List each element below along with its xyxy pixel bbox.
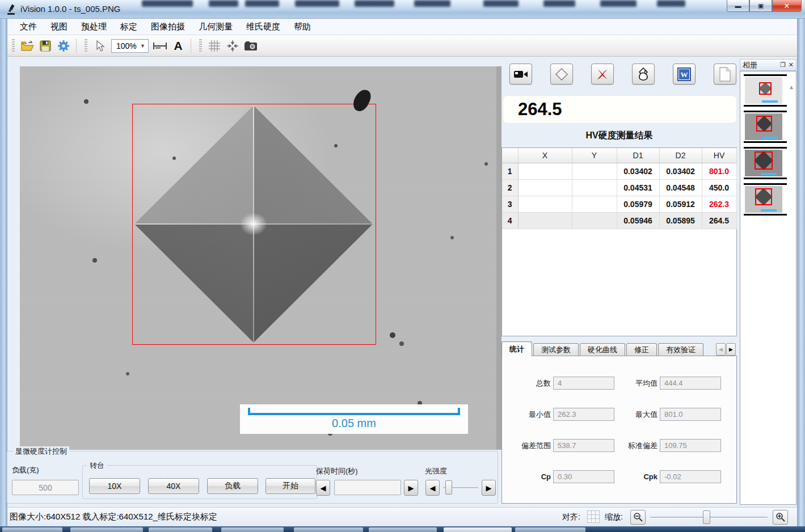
tab-correction[interactable]: 修正 xyxy=(626,343,657,356)
hold-time-input[interactable] xyxy=(334,480,401,495)
menu-preprocess[interactable]: 预处理 xyxy=(81,22,107,32)
taskbar-button-active[interactable] xyxy=(444,527,512,532)
ruler-icon xyxy=(153,42,167,50)
surface-specks xyxy=(20,66,22,69)
zoom-out-button[interactable] xyxy=(630,510,646,525)
objective-10x-button[interactable]: 10X xyxy=(89,478,140,494)
taskbar-button[interactable] xyxy=(221,527,284,532)
toolbar-grip[interactable] xyxy=(199,39,202,53)
minimize-button[interactable]: ▬ xyxy=(727,0,749,12)
snapshot-button[interactable] xyxy=(243,39,259,53)
grid-overlay-button[interactable] xyxy=(206,39,222,53)
zoom-in-button[interactable] xyxy=(773,510,788,525)
taskbar-button[interactable] xyxy=(149,527,212,532)
zoom-level-combobox[interactable]: 100% ▼ xyxy=(111,39,149,53)
tab-statistics[interactable]: 统计 xyxy=(501,341,532,356)
manual-measure-button[interactable] xyxy=(632,64,655,85)
measure-tool-button[interactable] xyxy=(152,39,168,53)
close-button[interactable]: ✕ xyxy=(772,0,802,12)
thumbnail-item[interactable] xyxy=(744,147,787,179)
thumbnail-item[interactable] xyxy=(744,74,787,107)
delete-measurement-button[interactable] xyxy=(591,64,614,85)
table-row[interactable]: 3 0.05979 0.05912 262.3 xyxy=(502,196,736,212)
table-row[interactable]: 4 0.05946 0.05895 264.5 xyxy=(502,212,736,229)
new-report-button[interactable] xyxy=(714,64,736,85)
toolbar-grip[interactable] xyxy=(12,39,15,53)
table-row[interactable]: 2 0.04531 0.04548 450.0 xyxy=(502,179,736,196)
settings-button[interactable] xyxy=(56,39,71,53)
col-x[interactable]: X xyxy=(518,148,572,163)
menu-vickers[interactable]: 维氏硬度 xyxy=(246,22,280,32)
table-row[interactable]: 1 0.03402 0.03402 801.0 xyxy=(502,163,736,179)
start-button[interactable]: 开始 xyxy=(265,478,315,494)
zoom-slider-handle[interactable] xyxy=(703,510,710,524)
col-d1[interactable]: D1 xyxy=(617,148,659,163)
taskbar-button[interactable] xyxy=(294,527,363,532)
objective-40x-button[interactable]: 40X xyxy=(148,478,199,494)
crosshair-icon xyxy=(226,40,239,52)
save-button[interactable] xyxy=(37,39,53,53)
light-increase-button[interactable]: ▶ xyxy=(482,480,496,496)
align-grid-icon[interactable] xyxy=(587,510,600,523)
cell-d1: 0.05979 xyxy=(617,196,659,212)
grid-icon xyxy=(208,40,221,52)
taskbar-button[interactable] xyxy=(70,527,143,532)
min-label: 最小值 xyxy=(518,409,551,420)
cell-x xyxy=(518,212,572,229)
col-d2[interactable]: D2 xyxy=(659,148,702,163)
zoom-label: 缩放: xyxy=(605,512,623,522)
col-y[interactable]: Y xyxy=(572,148,617,163)
cell-d2: 0.03402 xyxy=(659,163,702,179)
export-word-button[interactable]: W xyxy=(673,64,696,85)
hold-time-increase-button[interactable]: ▶ xyxy=(404,480,418,496)
album-header: 相册 ❐ ✕ xyxy=(740,59,796,71)
measurement-roi-box[interactable] xyxy=(132,104,376,345)
menu-file[interactable]: 文件 xyxy=(20,22,37,32)
cell-d2: 0.04548 xyxy=(659,179,702,196)
tab-scroll-left-button[interactable]: ◀ xyxy=(716,343,726,356)
results-table[interactable]: X Y D1 D2 HV 1 0.03402 0.03402 801.0 xyxy=(501,147,737,336)
image-viewport[interactable]: 0.05 mm xyxy=(20,66,501,450)
total-label: 总数 xyxy=(518,378,551,389)
center-align-button[interactable] xyxy=(225,39,241,53)
load-input[interactable] xyxy=(12,480,79,495)
taskbar-button[interactable] xyxy=(369,527,437,532)
pointer-tool-button[interactable] xyxy=(92,39,108,53)
light-slider-handle[interactable] xyxy=(445,480,452,495)
statusbar-right: 对齐: 缩放: xyxy=(562,508,795,526)
light-decrease-button[interactable]: ◀ xyxy=(425,480,440,496)
cell-d1: 0.03402 xyxy=(617,163,659,179)
cell-d1: 0.04531 xyxy=(617,179,659,196)
tab-test-parameters[interactable]: 测试参数 xyxy=(533,343,579,356)
scroll-up-icon[interactable]: ▲ xyxy=(789,84,794,90)
toolbar-grip[interactable] xyxy=(85,39,87,53)
hold-time-decrease-button[interactable]: ◀ xyxy=(316,480,330,496)
background-window-artifact xyxy=(209,0,238,7)
live-video-button[interactable] xyxy=(509,64,532,85)
taskbar-button[interactable] xyxy=(515,527,585,532)
video-camera-icon xyxy=(513,70,528,79)
menu-view[interactable]: 视图 xyxy=(50,22,68,32)
tab-hardening-curve[interactable]: 硬化曲线 xyxy=(580,343,625,356)
thumbnail-item[interactable] xyxy=(744,111,787,143)
taskbar-button[interactable] xyxy=(2,527,62,532)
col-hv[interactable]: HV xyxy=(702,148,736,163)
measure-indent-button[interactable] xyxy=(550,64,573,85)
maximize-button[interactable]: ▣ xyxy=(749,0,772,12)
text-tool-button[interactable]: A xyxy=(170,39,186,53)
float-panel-icon[interactable]: ❐ xyxy=(780,61,786,69)
menu-calibration[interactable]: 标定 xyxy=(120,22,137,32)
save-icon xyxy=(40,40,51,52)
close-panel-icon[interactable]: ✕ xyxy=(789,61,794,69)
menu-help[interactable]: 帮助 xyxy=(294,22,311,32)
hold-time-label: 保荷时间(秒) xyxy=(316,466,358,476)
stddev-value: 109.75 xyxy=(660,439,721,452)
camera-icon xyxy=(244,41,258,51)
load-position-button[interactable]: 负载 xyxy=(207,478,258,494)
thumbnail-item[interactable] xyxy=(744,183,787,216)
tab-scroll-right-button[interactable]: ▶ xyxy=(726,343,736,356)
menu-geometry[interactable]: 几何测量 xyxy=(199,22,233,32)
menu-capture[interactable]: 图像拍摄 xyxy=(151,22,185,32)
open-file-button[interactable] xyxy=(19,39,35,53)
tab-validation[interactable]: 有效验证 xyxy=(658,343,703,356)
